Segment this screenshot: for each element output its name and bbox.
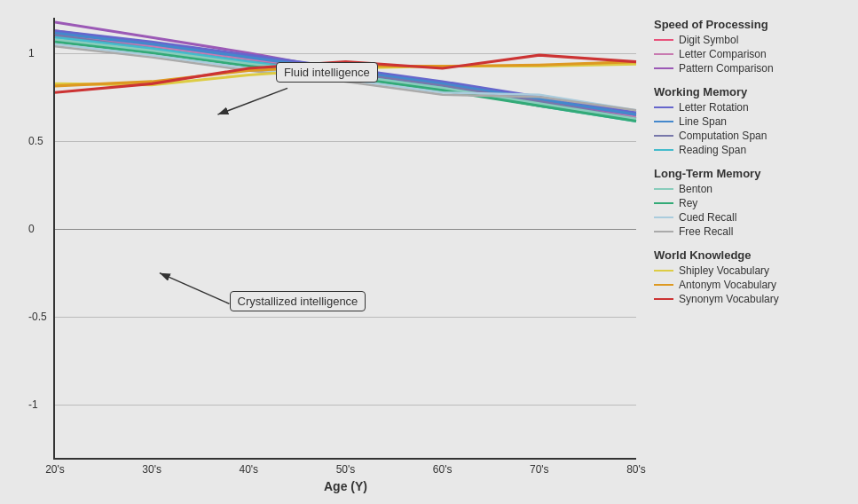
crystallized-intelligence-label: Crystallized intelligence	[230, 291, 366, 311]
legend-label-computation-span: Computation Span	[679, 130, 767, 142]
legend-label-free-recall: Free Recall	[679, 225, 733, 238]
legend-line-letter-comparison	[654, 53, 673, 55]
chart-area: 1 0.5 0 -0.5 -1 20's 30's 40's 50's 60's…	[53, 18, 636, 460]
chart-lines	[55, 18, 636, 458]
legend-line-letter-rotation	[654, 106, 673, 108]
legend-item-rey: Rey	[654, 197, 849, 209]
legend-section-working: Working Memory Letter Rotation Line Span…	[654, 85, 849, 156]
legend-label-letter-comparison: Letter Comparison	[679, 48, 767, 60]
legend-label-letter-rotation: Letter Rotation	[679, 101, 749, 114]
legend-item-computation-span: Computation Span	[654, 130, 849, 142]
x-tick-70: 70's	[530, 463, 549, 476]
legend-section-longterm: Long-Term Memory Benton Rey Cued Recall …	[654, 167, 849, 238]
legend-line-benton	[654, 188, 673, 190]
x-tick-50: 50's	[336, 463, 356, 476]
legend-label-benton: Benton	[679, 183, 712, 195]
x-tick-60: 60's	[433, 463, 453, 476]
legend-label-cued-recall: Cued Recall	[679, 211, 736, 224]
legend-item-digit-symbol: Digit Symbol	[654, 34, 849, 46]
chart-container: Z-Scores 1 0.5 0 -0.5 -1 20's 30's 40's …	[0, 0, 858, 504]
legend-label-shipley: Shipley Vocabulary	[679, 264, 769, 277]
legend-label-synonym: Synonym Vocabulary	[679, 293, 779, 305]
y-tick--1: -1	[28, 398, 38, 411]
legend-item-free-recall: Free Recall	[654, 225, 849, 238]
x-tick-20: 20's	[45, 463, 65, 476]
fluid-intelligence-label: Fluid intelligence	[276, 62, 378, 83]
legend-line-cued-recall	[654, 217, 673, 218]
legend-line-computation-span	[654, 135, 673, 137]
legend-section-speed: Speed of Processing Digit Symbol Letter …	[654, 18, 849, 75]
legend: Speed of Processing Digit Symbol Letter …	[636, 18, 849, 460]
legend-item-benton: Benton	[654, 183, 849, 195]
y-tick-05: 0.5	[28, 135, 43, 147]
legend-item-letter-rotation: Letter Rotation	[654, 101, 849, 114]
legend-line-reading-span	[654, 149, 673, 151]
legend-item-synonym: Synonym Vocabulary	[654, 293, 849, 305]
x-tick-30: 30's	[142, 463, 161, 476]
legend-item-cued-recall: Cued Recall	[654, 211, 849, 224]
legend-item-letter-comparison: Letter Comparison	[654, 48, 849, 60]
legend-line-shipley	[654, 270, 673, 272]
legend-title-speed: Speed of Processing	[654, 18, 849, 31]
legend-item-shipley: Shipley Vocabulary	[654, 264, 849, 277]
legend-label-reading-span: Reading Span	[679, 144, 746, 156]
legend-label-line-span: Line Span	[679, 115, 727, 128]
legend-item-pattern-comparison: Pattern Comparison	[654, 62, 849, 75]
legend-line-synonym	[654, 298, 673, 300]
legend-line-pattern-comparison	[654, 67, 673, 69]
x-tick-80: 80's	[626, 463, 646, 476]
x-axis-label: Age (Y)	[324, 479, 367, 493]
legend-label-pattern-comparison: Pattern Comparison	[679, 62, 774, 75]
legend-title-longterm: Long-Term Memory	[654, 167, 849, 180]
legend-item-antonym: Antonym Vocabulary	[654, 279, 849, 291]
legend-label-digit-symbol: Digit Symbol	[679, 34, 738, 46]
x-tick-40: 40's	[239, 463, 258, 476]
y-tick-0: 0	[28, 223, 35, 235]
y-tick-1: 1	[28, 47, 35, 59]
legend-label-antonym: Antonym Vocabulary	[679, 279, 776, 291]
y-tick--05: -0.5	[28, 311, 47, 323]
legend-label-rey: Rey	[679, 197, 697, 209]
legend-line-antonym	[654, 284, 673, 286]
legend-line-digit-symbol	[654, 39, 673, 41]
legend-section-world: World Knowledge Shipley Vocabulary Anton…	[654, 248, 849, 305]
legend-item-reading-span: Reading Span	[654, 144, 849, 156]
legend-item-line-span: Line Span	[654, 115, 849, 128]
legend-title-world: World Knowledge	[654, 248, 849, 262]
legend-line-free-recall	[654, 231, 673, 232]
legend-line-line-span	[654, 121, 673, 122]
legend-title-working: Working Memory	[654, 85, 849, 98]
legend-line-rey	[654, 202, 673, 204]
